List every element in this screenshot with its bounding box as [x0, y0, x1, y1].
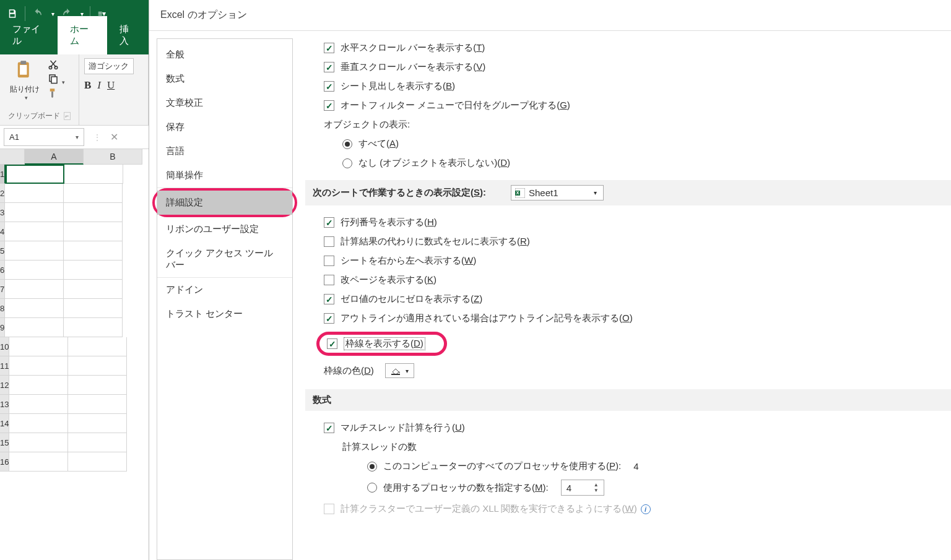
row-header[interactable]: 1	[0, 165, 6, 184]
info-icon[interactable]: i	[641, 504, 651, 514]
checkbox-icon[interactable]	[324, 100, 334, 111]
cell[interactable]	[5, 222, 64, 241]
italic-button[interactable]: I	[97, 79, 101, 92]
name-box-dropdown-icon[interactable]: ▾	[76, 134, 79, 140]
checkbox-icon[interactable]	[324, 217, 334, 228]
row-header[interactable]: 2	[0, 184, 5, 203]
cell[interactable]	[68, 414, 127, 433]
cell[interactable]	[9, 356, 68, 376]
row-header[interactable]: 5	[0, 241, 5, 261]
checkbox-icon[interactable]	[324, 62, 334, 72]
opt-multithread[interactable]: マルチスレッド計算を行う(U)	[324, 422, 465, 434]
nav-formulas[interactable]: 数式	[157, 67, 292, 91]
row-header[interactable]: 3	[0, 203, 5, 222]
row-header[interactable]: 11	[0, 356, 9, 376]
checkbox-icon[interactable]	[324, 81, 334, 92]
cell[interactable]	[6, 165, 64, 184]
undo-icon[interactable]	[32, 7, 44, 20]
nav-proofing[interactable]: 文章校正	[157, 91, 292, 115]
opt-rowcol-headers[interactable]: 行列番号を表示する(H)	[324, 217, 437, 228]
checkbox-icon[interactable]	[324, 294, 334, 304]
opt-outline-symbols[interactable]: アウトラインが適用されている場合はアウトライン記号を表示する(O)	[324, 312, 633, 324]
nav-custom-ribbon[interactable]: リボンのユーザー設定	[157, 217, 292, 241]
row-header[interactable]: 16	[0, 452, 9, 472]
cell[interactable]	[9, 376, 68, 395]
nav-general[interactable]: 全般	[157, 43, 292, 67]
tab-insert[interactable]: 挿入	[107, 16, 149, 54]
cell[interactable]	[5, 261, 64, 280]
name-box[interactable]: A1 ▾	[4, 128, 84, 146]
cell[interactable]	[68, 433, 127, 452]
cell[interactable]	[9, 395, 68, 414]
radio-icon[interactable]	[367, 462, 377, 472]
bold-button[interactable]: B	[84, 79, 91, 92]
cell[interactable]	[68, 356, 127, 376]
cell[interactable]	[68, 376, 127, 395]
redo-icon[interactable]	[61, 7, 73, 20]
radio-icon[interactable]	[367, 483, 377, 493]
nav-qat[interactable]: クイック アクセス ツール バー	[157, 241, 292, 278]
cancel-icon[interactable]: ✕	[105, 131, 123, 143]
nav-advanced[interactable]: 詳細設定	[157, 191, 292, 215]
tab-file[interactable]: ファイル	[0, 16, 58, 54]
opt-sheettabs[interactable]: シート見出しを表示する(B)	[324, 80, 455, 92]
checkbox-icon[interactable]	[324, 423, 334, 433]
cut-icon[interactable]	[47, 59, 65, 72]
row-header[interactable]: 10	[0, 337, 9, 356]
sheet-select[interactable]: X Sheet1 ▾	[511, 185, 604, 200]
opt-page-breaks[interactable]: 改ページを表示する(K)	[324, 274, 436, 286]
radio-icon[interactable]	[342, 158, 352, 168]
paste-button[interactable]: 貼り付け ▾	[5, 58, 45, 101]
checkbox-icon[interactable]	[324, 313, 334, 324]
format-painter-icon[interactable]	[47, 87, 65, 100]
col-header-a[interactable]: A	[25, 149, 84, 165]
select-all-corner[interactable]	[0, 149, 25, 165]
cell[interactable]	[64, 280, 123, 299]
cell[interactable]	[64, 299, 123, 318]
clipboard-expand-icon[interactable]: ⌐	[64, 112, 71, 120]
cell[interactable]	[68, 395, 127, 414]
opt-rtl[interactable]: シートを右から左へ表示する(W)	[324, 255, 476, 267]
spin-down-icon[interactable]: ▼	[594, 488, 599, 493]
cell[interactable]	[64, 203, 123, 222]
opt-vscroll[interactable]: 垂直スクロール バーを表示する(V)	[324, 61, 485, 73]
cell[interactable]	[9, 433, 68, 452]
radio-icon[interactable]	[342, 139, 352, 149]
cell[interactable]	[64, 261, 123, 280]
opt-zero-values[interactable]: ゼロ値のセルにゼロを表示する(Z)	[324, 293, 482, 305]
cell[interactable]	[5, 203, 64, 222]
nav-trust[interactable]: トラスト センター	[157, 302, 292, 326]
cell[interactable]	[64, 222, 123, 241]
opt-objects-all[interactable]: すべて(A)	[342, 138, 399, 150]
opt-hscroll[interactable]: 水平スクロール バーを表示する(T)	[324, 42, 485, 54]
col-header-b[interactable]: B	[84, 149, 142, 165]
copy-icon[interactable]: ▾	[47, 73, 65, 86]
cell[interactable]	[5, 318, 64, 337]
row-header[interactable]: 8	[0, 299, 5, 318]
underline-button[interactable]: U	[107, 79, 115, 92]
cell[interactable]	[9, 337, 68, 356]
split-grip[interactable]: ⋮	[88, 132, 105, 142]
nav-save[interactable]: 保存	[157, 115, 292, 139]
processor-spin-input[interactable]: 4 ▲▼	[561, 480, 604, 496]
row-header[interactable]: 15	[0, 433, 9, 452]
nav-language[interactable]: 言語	[157, 139, 292, 163]
cell[interactable]	[64, 241, 123, 261]
row-header[interactable]: 13	[0, 395, 9, 414]
tab-home[interactable]: ホーム	[58, 16, 107, 54]
spin-up-icon[interactable]: ▲	[594, 482, 599, 488]
opt-all-processors[interactable]: このコンピューターのすべてのプロセッサを使用する(P):	[367, 460, 621, 472]
checkbox-icon[interactable]	[327, 338, 337, 349]
font-name-dropdown[interactable]: 游ゴシック	[84, 58, 134, 74]
cell[interactable]	[5, 299, 64, 318]
nav-ease[interactable]: 簡単操作	[157, 163, 292, 188]
nav-addins[interactable]: アドイン	[157, 278, 292, 302]
opt-autofilter-group[interactable]: オートフィルター メニューで日付をグループ化する(G)	[324, 100, 570, 111]
row-header[interactable]: 9	[0, 318, 5, 337]
cell[interactable]	[5, 184, 64, 203]
checkbox-icon[interactable]	[324, 43, 334, 53]
cell[interactable]	[9, 414, 68, 433]
row-header[interactable]: 6	[0, 261, 5, 280]
cell[interactable]	[64, 318, 123, 337]
row-header[interactable]: 14	[0, 414, 9, 433]
